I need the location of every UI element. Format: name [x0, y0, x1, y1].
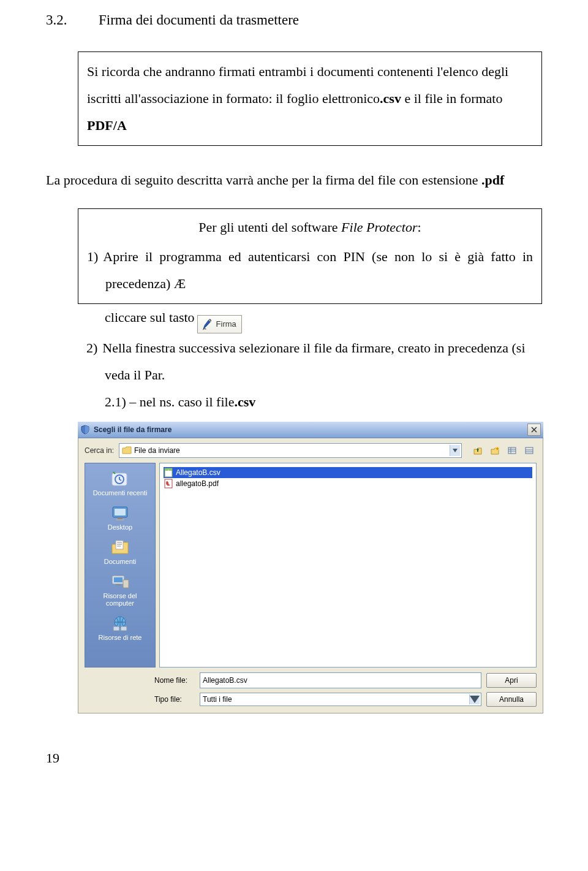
close-button[interactable]: [527, 424, 541, 436]
recent-icon: [110, 470, 130, 488]
callout-mid: e il file in formato: [401, 91, 503, 106]
dialog-titlebar[interactable]: Scegli il file da firmare: [78, 422, 543, 438]
csv-bold-2: .csv: [234, 394, 255, 409]
filename-label: Nome file:: [154, 676, 195, 685]
shield-icon: [80, 425, 90, 435]
place-network[interactable]: Risorse di rete: [88, 612, 153, 644]
new-folder-button[interactable]: [488, 444, 502, 457]
documents-icon: [110, 538, 130, 557]
pdf-icon: [164, 479, 173, 489]
svg-rect-15: [113, 626, 119, 631]
computer-icon: [110, 572, 130, 591]
up-folder-button[interactable]: [470, 444, 485, 457]
instruction-item-2b: 2.1) – nel ns. caso il file.csv: [105, 389, 542, 416]
svg-rect-7: [118, 517, 123, 519]
reminder-box: Si ricorda che andranno firmati entrambi…: [78, 51, 542, 146]
csv-bold: .csv: [380, 91, 401, 106]
svg-rect-8: [116, 519, 124, 520]
svg-rect-11: [114, 577, 123, 582]
open-button[interactable]: Apri: [486, 673, 537, 688]
chevron-down-icon: [470, 696, 480, 703]
pdfa-bold: PDF/A: [87, 118, 127, 133]
firma-label: Firma: [216, 316, 236, 332]
firma-button[interactable]: Firma: [197, 315, 242, 333]
desktop-icon: [110, 504, 130, 522]
place-recent[interactable]: Documenti recenti: [88, 467, 153, 499]
close-icon: [531, 427, 537, 433]
folder-name: File da inviare: [134, 446, 180, 455]
pdf-ext: .pdf: [481, 172, 504, 188]
file-open-dialog: Scegli il file da firmare Cerca in: File…: [78, 422, 543, 713]
pen-icon: [202, 318, 213, 331]
file-item-pdf[interactable]: allegatoB.pdf: [164, 478, 532, 489]
place-desktop[interactable]: Desktop: [88, 501, 153, 533]
instruction-box: Per gli utenti del software File Protect…: [78, 208, 542, 304]
view-details-button[interactable]: [522, 444, 537, 457]
section-heading: 3.2. Firma dei documenti da trasmettere: [46, 12, 542, 28]
svg-rect-2: [526, 447, 533, 454]
toolbar-icons: [470, 444, 537, 457]
click-button-row: cliccare sul tasto Firma: [105, 304, 542, 331]
instruction-head: Per gli utenti del software File Protect…: [78, 209, 541, 243]
section-title: Firma dei documenti da trasmettere: [99, 12, 299, 28]
file-item-csv[interactable]: a AllegatoB.csv: [164, 467, 532, 478]
csv-icon: a: [164, 468, 173, 477]
view-list-button[interactable]: [505, 444, 519, 457]
svg-rect-1: [508, 447, 516, 454]
software-name: File Protector: [341, 219, 417, 235]
svg-rect-13: [116, 584, 121, 585]
folder-icon: [122, 446, 132, 455]
svg-rect-9: [116, 541, 123, 549]
search-in-label: Cerca in:: [85, 446, 114, 455]
instruction-item-2: 2)Nella finestra successiva selezionare …: [105, 335, 542, 389]
network-icon: [110, 614, 130, 633]
procedure-para: La procedura di seguito descritta varrà …: [46, 167, 542, 194]
place-documents[interactable]: Documenti: [88, 536, 153, 568]
section-number: 3.2.: [46, 12, 99, 28]
places-bar: Documenti recenti Desktop Documenti Riso…: [85, 463, 156, 668]
page-number: 19: [46, 750, 542, 766]
svg-rect-16: [121, 626, 127, 631]
para-text: La procedura di seguito descritta varrà …: [46, 172, 481, 188]
svg-rect-6: [115, 509, 126, 515]
place-computer[interactable]: Risorse del computer: [88, 570, 153, 609]
file-list[interactable]: a AllegatoB.csv allegatoB.pdf: [159, 463, 537, 668]
filename-input[interactable]: [200, 672, 481, 688]
cancel-button[interactable]: Annulla: [486, 692, 537, 707]
dialog-title: Scegli il file da firmare: [94, 425, 172, 434]
chevron-down-icon: [453, 449, 458, 452]
instruction-item-1: 1)Aprire il programma ed autenticarsi co…: [78, 243, 541, 303]
svg-rect-12: [123, 580, 129, 588]
folder-combo[interactable]: File da inviare: [119, 443, 462, 458]
filetype-select[interactable]: Tutti i file: [200, 693, 481, 706]
filetype-label: Tipo file:: [154, 695, 195, 704]
